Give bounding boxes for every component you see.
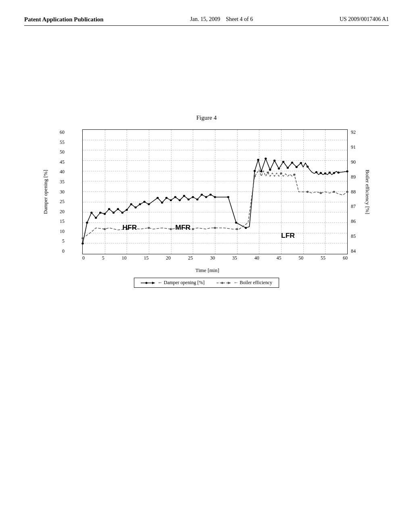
svg-point-61 bbox=[267, 172, 269, 174]
svg-point-55 bbox=[148, 227, 150, 229]
legend-damper-label: ← Damper opening [%] bbox=[158, 280, 204, 286]
svg-point-50 bbox=[337, 172, 339, 174]
svg-point-0 bbox=[86, 222, 88, 224]
svg-point-4 bbox=[104, 213, 106, 215]
svg-point-27 bbox=[209, 193, 211, 195]
svg-point-22 bbox=[188, 198, 190, 200]
page-header: Patent Application Publication Jan. 15, … bbox=[24, 16, 389, 26]
sheet-number: Sheet 4 of 6 bbox=[226, 16, 253, 22]
svg-point-19 bbox=[174, 196, 176, 198]
svg-point-65 bbox=[320, 192, 322, 194]
svg-point-53 bbox=[104, 228, 106, 230]
y-ticks-left: 0 5 10 15 20 25 30 35 40 45 50 55 60 bbox=[52, 129, 66, 254]
legend-efficiency-label: ← Boiler efficiency bbox=[234, 280, 272, 286]
svg-point-21 bbox=[183, 195, 185, 197]
svg-point-63 bbox=[293, 174, 295, 176]
svg-text:LFR: LFR bbox=[281, 232, 295, 239]
svg-point-31 bbox=[245, 227, 247, 229]
svg-point-42 bbox=[296, 166, 298, 168]
svg-point-2 bbox=[95, 217, 97, 219]
svg-text:HFR: HFR bbox=[122, 224, 137, 231]
svg-point-57 bbox=[192, 228, 194, 230]
x-axis-labels: 0 5 10 15 20 25 30 35 40 45 50 55 60 bbox=[82, 255, 348, 266]
plot-area: HFR MFR LFR bbox=[82, 129, 348, 254]
svg-text:MFR: MFR bbox=[175, 224, 191, 231]
svg-point-11 bbox=[134, 206, 136, 208]
legend-item-damper: ← Damper opening [%] bbox=[141, 280, 204, 286]
svg-point-34 bbox=[260, 170, 262, 172]
svg-point-48 bbox=[329, 172, 331, 174]
svg-point-51 bbox=[346, 170, 348, 172]
svg-point-46 bbox=[320, 172, 322, 174]
svg-point-30 bbox=[235, 222, 237, 224]
svg-marker-73 bbox=[152, 282, 155, 284]
svg-point-15 bbox=[156, 197, 159, 199]
svg-point-36 bbox=[269, 169, 271, 171]
legend-box: ← Damper opening [%] ← Boiler efficiency bbox=[41, 278, 372, 288]
chart-area: Damper opening [%] 0 5 10 15 20 25 30 35… bbox=[41, 129, 372, 266]
chart-svg: HFR MFR LFR bbox=[83, 130, 347, 254]
svg-point-66 bbox=[333, 191, 335, 193]
svg-point-49 bbox=[333, 172, 335, 174]
publication-label: Patent Application Publication bbox=[24, 16, 104, 23]
svg-point-23 bbox=[192, 196, 194, 198]
svg-point-26 bbox=[205, 196, 207, 198]
svg-point-56 bbox=[170, 228, 172, 230]
svg-point-24 bbox=[196, 198, 198, 200]
svg-point-16 bbox=[161, 202, 163, 204]
svg-point-72 bbox=[145, 282, 147, 284]
publication-date: Jan. 15, 2009 bbox=[190, 16, 220, 22]
x-axis-title: Time [min] bbox=[65, 267, 349, 274]
svg-point-39 bbox=[282, 161, 284, 163]
svg-point-64 bbox=[307, 191, 309, 193]
svg-point-13 bbox=[143, 201, 145, 203]
y-axis-left-label: Damper opening [%] bbox=[41, 129, 50, 254]
svg-point-40 bbox=[287, 167, 289, 169]
svg-point-33 bbox=[257, 159, 259, 161]
svg-point-6 bbox=[113, 212, 115, 214]
svg-point-58 bbox=[214, 227, 216, 229]
svg-point-10 bbox=[130, 203, 132, 205]
svg-point-43 bbox=[300, 162, 302, 164]
legend-item-efficiency: ← Boiler efficiency bbox=[217, 280, 272, 286]
legend-damper-line-icon bbox=[141, 280, 155, 286]
publication-number: US 2009/0017406 A1 bbox=[340, 16, 389, 23]
svg-point-75 bbox=[221, 282, 223, 284]
svg-point-29 bbox=[227, 196, 229, 198]
svg-point-28 bbox=[214, 196, 216, 198]
svg-point-8 bbox=[121, 212, 123, 214]
svg-point-14 bbox=[148, 203, 150, 205]
legend-efficiency-line-icon bbox=[217, 280, 231, 286]
svg-point-5 bbox=[108, 208, 110, 210]
svg-point-25 bbox=[200, 193, 202, 195]
svg-point-3 bbox=[99, 212, 101, 214]
svg-point-41 bbox=[291, 162, 293, 164]
figure-title: Figure 4 bbox=[24, 114, 389, 121]
svg-point-17 bbox=[165, 197, 167, 199]
svg-point-20 bbox=[179, 199, 181, 201]
svg-point-1 bbox=[90, 212, 92, 214]
svg-point-7 bbox=[117, 208, 119, 210]
y-axis-right-label: Boiler efficiency [%] bbox=[363, 129, 372, 254]
y-ticks-right: 84 85 86 87 88 89 90 91 92 bbox=[349, 129, 361, 254]
svg-point-38 bbox=[278, 168, 280, 170]
svg-point-59 bbox=[236, 228, 238, 230]
svg-point-67 bbox=[346, 191, 348, 193]
svg-point-62 bbox=[280, 172, 282, 175]
svg-point-12 bbox=[139, 203, 141, 205]
svg-point-60 bbox=[254, 175, 256, 177]
svg-point-44 bbox=[307, 166, 309, 168]
svg-marker-76 bbox=[228, 282, 231, 284]
svg-point-32 bbox=[254, 170, 256, 172]
date-sheet: Jan. 15, 2009 Sheet 4 of 6 bbox=[190, 16, 253, 23]
chart-inner: HFR MFR LFR 0 5 10 15 20 25 30 35 40 bbox=[66, 129, 361, 266]
legend-inner: ← Damper opening [%] ← Boiler efficiency bbox=[134, 278, 279, 288]
svg-point-47 bbox=[324, 172, 326, 175]
svg-point-37 bbox=[273, 160, 275, 162]
chart-container: Damper opening [%] 0 5 10 15 20 25 30 35… bbox=[41, 129, 372, 288]
damper-point bbox=[81, 243, 83, 245]
svg-point-35 bbox=[265, 158, 267, 160]
svg-point-18 bbox=[170, 199, 172, 201]
svg-point-9 bbox=[126, 209, 128, 211]
svg-point-45 bbox=[315, 171, 317, 173]
